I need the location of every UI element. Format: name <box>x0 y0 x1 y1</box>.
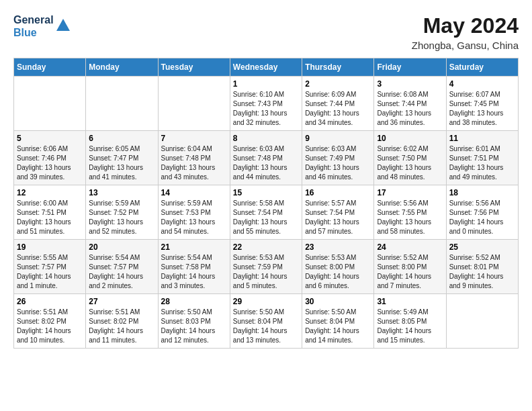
calendar-week-row: 12Sunrise: 6:00 AMSunset: 7:51 PMDayligh… <box>14 185 519 240</box>
calendar-day-header: Thursday <box>302 58 374 77</box>
day-number: 14 <box>161 188 227 197</box>
calendar-cell: 26Sunrise: 5:51 AMSunset: 8:02 PMDayligh… <box>14 294 86 349</box>
day-info: Sunrise: 5:55 AMSunset: 7:57 PMDaylight:… <box>17 253 83 291</box>
day-number: 6 <box>89 134 154 143</box>
day-info: Sunrise: 5:49 AMSunset: 8:05 PMDaylight:… <box>377 308 443 345</box>
day-info: Sunrise: 6:05 AMSunset: 7:47 PMDaylight:… <box>89 144 154 182</box>
day-info: Sunrise: 5:52 AMSunset: 8:00 PMDaylight:… <box>377 253 443 291</box>
calendar-cell: 7Sunrise: 6:04 AMSunset: 7:48 PMDaylight… <box>158 131 230 185</box>
calendar-cell: 15Sunrise: 5:58 AMSunset: 7:54 PMDayligh… <box>230 185 302 240</box>
calendar-day-header: Sunday <box>14 58 86 77</box>
calendar-cell: 14Sunrise: 5:59 AMSunset: 7:53 PMDayligh… <box>158 185 230 240</box>
calendar-cell: 28Sunrise: 5:50 AMSunset: 8:03 PMDayligh… <box>158 294 230 349</box>
day-number: 7 <box>161 134 227 143</box>
day-number: 31 <box>377 297 443 306</box>
calendar-day-header: Tuesday <box>158 58 230 77</box>
title-block: May 2024 Zhongba, Gansu, China <box>412 13 519 51</box>
day-number: 21 <box>161 242 227 252</box>
logo-triangle-icon <box>56 19 70 31</box>
calendar-cell: 1Sunrise: 6:10 AMSunset: 7:43 PMDaylight… <box>230 77 302 131</box>
day-info: Sunrise: 5:54 AMSunset: 7:58 PMDaylight:… <box>161 253 227 291</box>
calendar-week-row: 1Sunrise: 6:10 AMSunset: 7:43 PMDaylight… <box>14 77 519 131</box>
day-number: 22 <box>233 242 299 252</box>
day-info: Sunrise: 6:03 AMSunset: 7:49 PMDaylight:… <box>305 144 371 182</box>
day-number: 23 <box>305 242 371 252</box>
calendar-cell: 29Sunrise: 5:50 AMSunset: 8:04 PMDayligh… <box>230 294 302 349</box>
calendar-cell <box>158 77 230 131</box>
day-number: 30 <box>305 297 371 306</box>
day-info: Sunrise: 5:59 AMSunset: 7:52 PMDaylight:… <box>89 199 154 236</box>
day-number: 2 <box>305 79 371 89</box>
calendar-cell <box>14 77 86 131</box>
calendar-cell: 31Sunrise: 5:49 AMSunset: 8:05 PMDayligh… <box>374 294 446 349</box>
calendar-cell: 5Sunrise: 6:06 AMSunset: 7:46 PMDaylight… <box>14 131 86 185</box>
calendar-header-row: SundayMondayTuesdayWednesdayThursdayFrid… <box>14 58 519 77</box>
calendar-cell: 9Sunrise: 6:03 AMSunset: 7:49 PMDaylight… <box>302 131 374 185</box>
calendar-cell: 11Sunrise: 6:01 AMSunset: 7:51 PMDayligh… <box>446 131 518 185</box>
day-number: 29 <box>233 297 299 306</box>
calendar-cell: 12Sunrise: 6:00 AMSunset: 7:51 PMDayligh… <box>14 185 86 240</box>
calendar-cell: 19Sunrise: 5:55 AMSunset: 7:57 PMDayligh… <box>14 240 86 294</box>
day-info: Sunrise: 5:53 AMSunset: 7:59 PMDaylight:… <box>233 253 299 291</box>
day-info: Sunrise: 6:03 AMSunset: 7:48 PMDaylight:… <box>233 144 299 182</box>
day-info: Sunrise: 5:54 AMSunset: 7:57 PMDaylight:… <box>89 253 154 291</box>
calendar-day-header: Monday <box>86 58 158 77</box>
calendar-cell: 17Sunrise: 5:56 AMSunset: 7:55 PMDayligh… <box>374 185 446 240</box>
day-info: Sunrise: 6:01 AMSunset: 7:51 PMDaylight:… <box>449 144 515 182</box>
calendar-week-row: 19Sunrise: 5:55 AMSunset: 7:57 PMDayligh… <box>14 240 519 294</box>
day-number: 16 <box>305 188 371 197</box>
logo-blue: Blue <box>13 26 54 39</box>
day-number: 28 <box>161 297 227 306</box>
day-number: 13 <box>89 188 154 197</box>
calendar-cell: 2Sunrise: 6:09 AMSunset: 7:44 PMDaylight… <box>302 77 374 131</box>
calendar-cell: 25Sunrise: 5:52 AMSunset: 8:01 PMDayligh… <box>446 240 518 294</box>
day-info: Sunrise: 5:51 AMSunset: 8:02 PMDaylight:… <box>89 308 154 345</box>
day-number: 18 <box>449 188 515 197</box>
day-number: 12 <box>17 188 83 197</box>
calendar-week-row: 5Sunrise: 6:06 AMSunset: 7:46 PMDaylight… <box>14 131 519 185</box>
calendar-day-header: Saturday <box>446 58 518 77</box>
day-number: 27 <box>89 297 154 306</box>
calendar-cell: 18Sunrise: 5:56 AMSunset: 7:56 PMDayligh… <box>446 185 518 240</box>
calendar-cell: 21Sunrise: 5:54 AMSunset: 7:58 PMDayligh… <box>158 240 230 294</box>
calendar-day-header: Friday <box>374 58 446 77</box>
day-info: Sunrise: 5:58 AMSunset: 7:54 PMDaylight:… <box>233 199 299 236</box>
calendar-cell: 13Sunrise: 5:59 AMSunset: 7:52 PMDayligh… <box>86 185 158 240</box>
calendar-cell <box>446 294 518 349</box>
day-info: Sunrise: 5:52 AMSunset: 8:01 PMDaylight:… <box>449 253 515 291</box>
day-number: 11 <box>449 134 515 143</box>
day-number: 9 <box>305 134 371 143</box>
logo-general: General <box>13 13 54 26</box>
day-number: 19 <box>17 242 83 252</box>
day-info: Sunrise: 5:56 AMSunset: 7:55 PMDaylight:… <box>377 199 443 236</box>
day-info: Sunrise: 5:50 AMSunset: 8:03 PMDaylight:… <box>161 308 227 345</box>
calendar-week-row: 26Sunrise: 5:51 AMSunset: 8:02 PMDayligh… <box>14 294 519 349</box>
calendar-cell: 20Sunrise: 5:54 AMSunset: 7:57 PMDayligh… <box>86 240 158 294</box>
calendar-cell: 22Sunrise: 5:53 AMSunset: 7:59 PMDayligh… <box>230 240 302 294</box>
calendar-cell: 23Sunrise: 5:53 AMSunset: 8:00 PMDayligh… <box>302 240 374 294</box>
day-number: 17 <box>377 188 443 197</box>
day-info: Sunrise: 5:51 AMSunset: 8:02 PMDaylight:… <box>17 308 83 345</box>
day-info: Sunrise: 6:04 AMSunset: 7:48 PMDaylight:… <box>161 144 227 182</box>
day-number: 5 <box>17 134 83 143</box>
day-number: 24 <box>377 242 443 252</box>
calendar-cell: 10Sunrise: 6:02 AMSunset: 7:50 PMDayligh… <box>374 131 446 185</box>
location-subtitle: Zhongba, Gansu, China <box>412 40 519 51</box>
calendar-cell: 3Sunrise: 6:08 AMSunset: 7:44 PMDaylight… <box>374 77 446 131</box>
day-number: 15 <box>233 188 299 197</box>
day-number: 10 <box>377 134 443 143</box>
day-info: Sunrise: 6:10 AMSunset: 7:43 PMDaylight:… <box>233 90 299 128</box>
calendar-cell: 27Sunrise: 5:51 AMSunset: 8:02 PMDayligh… <box>86 294 158 349</box>
calendar-cell: 16Sunrise: 5:57 AMSunset: 7:54 PMDayligh… <box>302 185 374 240</box>
day-info: Sunrise: 5:57 AMSunset: 7:54 PMDaylight:… <box>305 199 371 236</box>
logo: General Blue <box>13 13 70 39</box>
day-info: Sunrise: 6:02 AMSunset: 7:50 PMDaylight:… <box>377 144 443 182</box>
day-number: 26 <box>17 297 83 306</box>
day-info: Sunrise: 6:00 AMSunset: 7:51 PMDaylight:… <box>17 199 83 236</box>
day-info: Sunrise: 6:06 AMSunset: 7:46 PMDaylight:… <box>17 144 83 182</box>
day-number: 3 <box>377 79 443 89</box>
day-number: 1 <box>233 79 299 89</box>
page-header: General Blue May 2024 Zhongba, Gansu, Ch… <box>13 13 519 51</box>
day-info: Sunrise: 5:50 AMSunset: 8:04 PMDaylight:… <box>233 308 299 345</box>
day-info: Sunrise: 6:07 AMSunset: 7:45 PMDaylight:… <box>449 90 515 128</box>
